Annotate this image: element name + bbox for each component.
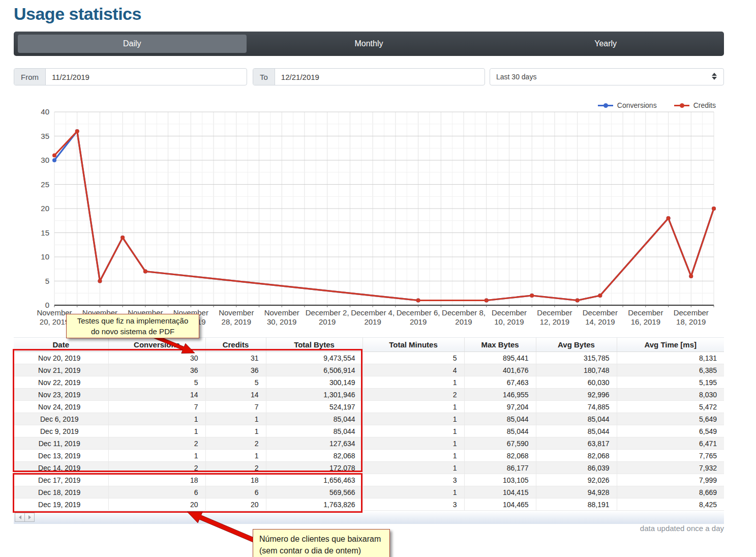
legend-label: Credits xyxy=(693,101,716,109)
value-cell: 8,131 xyxy=(617,352,724,364)
svg-text:December18, 2019: December18, 2019 xyxy=(674,308,709,326)
value-cell: 67,590 xyxy=(464,437,536,450)
range-select-value: Last 30 days xyxy=(496,73,711,81)
value-cell: 1 xyxy=(362,437,464,450)
date-cell: Dec 14, 2019 xyxy=(14,462,108,474)
value-cell: 31 xyxy=(205,352,266,364)
value-cell: 127,634 xyxy=(266,437,362,450)
value-cell: 1 xyxy=(205,413,266,425)
table-row: Nov 21, 201936366,506,9144401,676180,748… xyxy=(14,364,724,376)
svg-text:15: 15 xyxy=(41,228,49,237)
legend-line-icon xyxy=(598,105,613,106)
from-date-group: From xyxy=(14,68,247,85)
svg-text:November30, 2019: November30, 2019 xyxy=(264,308,299,326)
usage-statistics-page: Usage statistics DailyMonthlyYearly From… xyxy=(0,0,756,557)
value-cell: 315,785 xyxy=(536,352,617,364)
value-cell: 8,030 xyxy=(617,389,724,401)
table-row: Nov 23, 201914141,301,9462146,95592,9968… xyxy=(14,389,724,401)
value-cell: 104,465 xyxy=(464,499,536,511)
table-header-row: DateConversionsCreditsTotal BytesTotal M… xyxy=(14,338,724,352)
column-header: Total Bytes xyxy=(266,338,362,352)
value-cell: 6,385 xyxy=(617,364,724,376)
select-updown-icon xyxy=(711,72,717,82)
date-cell: Nov 21, 2019 xyxy=(14,364,108,376)
date-cell: Nov 24, 2019 xyxy=(14,401,108,413)
value-cell: 92,026 xyxy=(536,474,617,486)
usage-table: DateConversionsCreditsTotal BytesTotal M… xyxy=(14,338,724,511)
value-cell: 1 xyxy=(108,413,205,425)
value-cell: 1 xyxy=(362,450,464,462)
annotation-note-clients: Número de clientes que baixaram (sem con… xyxy=(253,529,390,557)
value-cell: 82,068 xyxy=(266,450,362,462)
date-filters: From To Last 30 days xyxy=(14,68,724,85)
column-header: Max Bytes xyxy=(464,338,536,352)
value-cell: 5,472 xyxy=(617,401,724,413)
date-cell: Nov 23, 2019 xyxy=(14,389,108,401)
value-cell: 86,177 xyxy=(464,462,536,474)
value-cell: 1 xyxy=(362,413,464,425)
value-cell: 180,748 xyxy=(536,364,617,376)
from-date-input[interactable] xyxy=(46,69,247,85)
scroll-left-button[interactable] xyxy=(15,513,25,522)
value-cell: 146,955 xyxy=(464,389,536,401)
value-cell: 5,649 xyxy=(617,413,724,425)
table-row: Nov 24, 201977524,197197,20474,8855,472 xyxy=(14,401,724,413)
date-cell: Dec 17, 2019 xyxy=(14,474,108,486)
tab-monthly[interactable]: Monthly xyxy=(251,32,488,56)
value-cell: 2 xyxy=(108,437,205,450)
svg-text:40: 40 xyxy=(41,107,49,116)
annotation-note-pdf-tests: Testes que fiz na implementação do novo … xyxy=(66,314,199,338)
value-cell: 1,656,463 xyxy=(266,474,362,486)
legend-label: Conversions xyxy=(617,101,657,109)
table-row: Dec 9, 20191185,044185,04485,0446,549 xyxy=(14,425,724,437)
value-cell: 74,885 xyxy=(536,401,617,413)
value-cell: 2 xyxy=(205,437,266,450)
value-cell: 2 xyxy=(205,462,266,474)
value-cell: 1 xyxy=(362,486,464,499)
date-cell: Dec 9, 2019 xyxy=(14,425,108,437)
column-header: Total Minutes xyxy=(362,338,464,352)
value-cell: 7,932 xyxy=(617,462,724,474)
svg-text:5: 5 xyxy=(45,277,49,285)
value-cell: 5 xyxy=(108,376,205,389)
value-cell: 5 xyxy=(205,376,266,389)
tab-daily[interactable]: Daily xyxy=(14,32,251,56)
value-cell: 18 xyxy=(108,474,205,486)
value-cell: 1 xyxy=(108,425,205,437)
date-cell: Dec 13, 2019 xyxy=(14,450,108,462)
value-cell: 92,996 xyxy=(536,389,617,401)
table-row: Dec 14, 201922172,078186,17786,0397,932 xyxy=(14,462,724,474)
date-cell: Dec 11, 2019 xyxy=(14,437,108,450)
svg-text:25: 25 xyxy=(41,180,49,189)
to-label: To xyxy=(253,69,275,85)
table-row: Nov 22, 201955300,149167,46360,0305,195 xyxy=(14,376,724,389)
page-title: Usage statistics xyxy=(14,4,141,24)
usage-table-wrap: DateConversionsCreditsTotal BytesTotal M… xyxy=(14,337,724,524)
value-cell: 895,441 xyxy=(464,352,536,364)
svg-text:10: 10 xyxy=(41,252,49,261)
value-cell: 88,191 xyxy=(536,499,617,511)
value-cell: 67,463 xyxy=(464,376,536,389)
value-cell: 36 xyxy=(205,364,266,376)
value-cell: 1 xyxy=(205,425,266,437)
tab-yearly[interactable]: Yearly xyxy=(487,32,724,56)
value-cell: 18 xyxy=(205,474,266,486)
scroll-right-button[interactable] xyxy=(24,513,35,522)
value-cell: 300,149 xyxy=(266,376,362,389)
svg-text:December14, 2019: December14, 2019 xyxy=(583,308,618,326)
svg-text:30: 30 xyxy=(41,156,49,164)
legend-item-conversions: Conversions xyxy=(598,101,657,109)
table-row: Dec 13, 20191182,068182,06882,0687,765 xyxy=(14,450,724,462)
value-cell: 3 xyxy=(362,499,464,511)
value-cell: 7 xyxy=(108,401,205,413)
scroll-right-arrow-icon xyxy=(28,515,31,519)
scroll-left-arrow-icon xyxy=(19,515,21,519)
to-date-input[interactable] xyxy=(275,69,485,85)
value-cell: 85,044 xyxy=(536,425,617,437)
svg-text:December16, 2019: December16, 2019 xyxy=(628,308,663,326)
table-row: Dec 6, 20191185,044185,04485,0445,649 xyxy=(14,413,724,425)
range-select[interactable]: Last 30 days xyxy=(490,68,724,85)
tab-label: Monthly xyxy=(255,35,483,53)
svg-text:December12, 2019: December12, 2019 xyxy=(537,308,572,326)
svg-text:December 2,2019: December 2,2019 xyxy=(306,308,349,326)
